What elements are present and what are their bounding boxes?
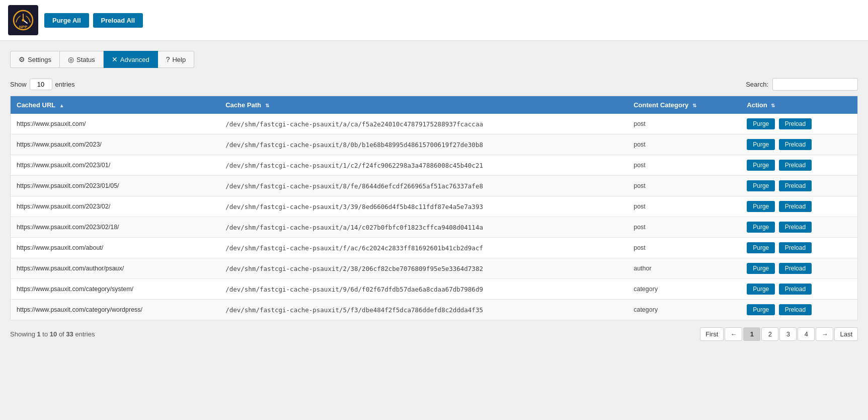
preload-button[interactable]: Preload [779,284,812,295]
search-box: Search: [746,78,858,91]
purge-button[interactable]: Purge [747,118,775,129]
pagination-bar: Showing 1 to 10 of 33 entries First ← 1 … [10,327,858,341]
tab-settings-label: Settings [28,56,51,63]
cell-url: https://www.psauxit.com/author/psaux/ [11,258,220,279]
cell-action: Purge Preload [741,196,857,217]
search-label: Search: [746,81,768,88]
main-content: ⚙ Settings ◎ Status ✕ Advanced ? Help Sh… [0,41,868,351]
pagination-info: Showing 1 to 10 of 33 entries [10,330,95,338]
col-content-category-label: Content Category [634,101,688,109]
table-row: https://www.psauxit.com/category/wordpre… [11,300,858,320]
tabs: ⚙ Settings ◎ Status ✕ Advanced ? Help [10,51,858,68]
cell-url: https://www.psauxit.com/about/ [11,238,220,258]
pagination-page-2[interactable]: 2 [761,327,778,341]
table-controls: Show entries Search: [10,78,858,91]
sort-path-icon: ⇅ [265,103,269,108]
cell-url: https://www.psauxit.com/2023/ [11,134,220,155]
purge-button[interactable]: Purge [747,304,775,315]
purge-button[interactable]: Purge [747,139,775,150]
preload-button[interactable]: Preload [779,180,812,191]
purge-button[interactable]: Purge [747,222,775,233]
col-cache-path-label: Cache Path [225,101,261,109]
purge-all-button[interactable]: Purge All [44,13,89,28]
pagination-first[interactable]: First [700,327,724,341]
table-header-row: Cached URL ▲ Cache Path ⇅ Content Catego… [11,96,858,114]
cell-action: Purge Preload [741,176,857,196]
preload-button[interactable]: Preload [779,263,812,274]
sort-action-icon: ⇅ [771,103,775,108]
cell-path: /dev/shm/fastcgi-cache-psauxit/1/c2/f24f… [219,155,627,176]
col-action-label: Action [747,101,767,109]
col-content-category[interactable]: Content Category ⇅ [627,96,741,114]
cell-action: Purge Preload [741,300,857,320]
table-row: https://www.psauxit.com/2023/02/18/ /dev… [11,217,858,238]
pagination-page-4[interactable]: 4 [798,327,815,341]
cell-category: post [627,176,741,196]
cell-category: category [627,279,741,300]
pagination-prev[interactable]: ← [725,327,742,341]
logo: NPP [8,5,38,35]
pagination-page-1[interactable]: 1 [743,327,760,341]
cell-url: https://www.psauxit.com/ [11,114,220,134]
svg-text:NPP: NPP [19,25,28,29]
pagination-last[interactable]: Last [834,327,858,341]
advanced-icon: ✕ [112,55,118,63]
cell-path: /dev/shm/fastcgi-cache-psauxit/8/0b/b1e6… [219,134,627,155]
table-row: https://www.psauxit.com/2023/02/ /dev/sh… [11,196,858,217]
col-cached-url[interactable]: Cached URL ▲ [11,96,220,114]
pagination-next[interactable]: → [816,327,833,341]
cell-category: post [627,155,741,176]
cell-category: post [627,114,741,134]
cell-action: Purge Preload [741,279,857,300]
purge-button[interactable]: Purge [747,263,775,274]
preload-button[interactable]: Preload [779,139,812,150]
show-label: Show [10,81,27,88]
tab-advanced[interactable]: ✕ Advanced [104,51,158,68]
table-row: https://www.psauxit.com/2023/01/ /dev/sh… [11,155,858,176]
col-cached-url-label: Cached URL [17,101,55,109]
entries-input[interactable] [30,79,52,90]
search-input[interactable] [772,78,858,91]
table-row: https://www.psauxit.com/ /dev/shm/fastcg… [11,114,858,134]
cell-action: Purge Preload [741,114,857,134]
tab-status[interactable]: ◎ Status [60,51,104,68]
preload-all-button[interactable]: Preload All [93,13,143,28]
cell-url: https://www.psauxit.com/2023/02/18/ [11,217,220,238]
purge-button[interactable]: Purge [747,284,775,295]
cell-category: post [627,217,741,238]
table-body: https://www.psauxit.com/ /dev/shm/fastcg… [11,114,858,320]
cell-category: post [627,196,741,217]
tab-help[interactable]: ? Help [158,51,195,68]
cell-action: Purge Preload [741,217,857,238]
preload-button[interactable]: Preload [779,201,812,212]
cell-url: https://www.psauxit.com/2023/02/ [11,196,220,217]
cell-url: https://www.psauxit.com/category/wordpre… [11,300,220,320]
purge-button[interactable]: Purge [747,180,775,191]
cell-path: /dev/shm/fastcgi-cache-psauxit/9/6d/f02f… [219,279,627,300]
cell-category: post [627,134,741,155]
svg-point-1 [22,19,25,22]
cell-action: Purge Preload [741,155,857,176]
purge-button[interactable]: Purge [747,201,775,212]
table-row: https://www.psauxit.com/2023/ /dev/shm/f… [11,134,858,155]
pagination-buttons: First ← 1 2 3 4 → Last [700,327,858,341]
table-row: https://www.psauxit.com/author/psaux/ /d… [11,258,858,279]
cell-path: /dev/shm/fastcgi-cache-psauxit/2/38/206c… [219,258,627,279]
preload-button[interactable]: Preload [779,118,812,129]
purge-button[interactable]: Purge [747,242,775,253]
tab-settings[interactable]: ⚙ Settings [10,51,60,68]
cell-action: Purge Preload [741,134,857,155]
pagination-page-3[interactable]: 3 [779,327,797,341]
preload-button[interactable]: Preload [779,160,812,171]
cell-action: Purge Preload [741,258,857,279]
preload-button[interactable]: Preload [779,222,812,233]
preload-button[interactable]: Preload [779,242,812,253]
col-cache-path[interactable]: Cache Path ⇅ [219,96,627,114]
col-action[interactable]: Action ⇅ [741,96,857,114]
sort-url-icon: ▲ [59,103,64,108]
purge-button[interactable]: Purge [747,160,775,171]
cell-path: /dev/shm/fastcgi-cache-psauxit/a/ca/f5a2… [219,114,627,134]
cell-path: /dev/shm/fastcgi-cache-psauxit/3/39/8ed6… [219,196,627,217]
cell-url: https://www.psauxit.com/category/system/ [11,279,220,300]
preload-button[interactable]: Preload [779,304,812,315]
